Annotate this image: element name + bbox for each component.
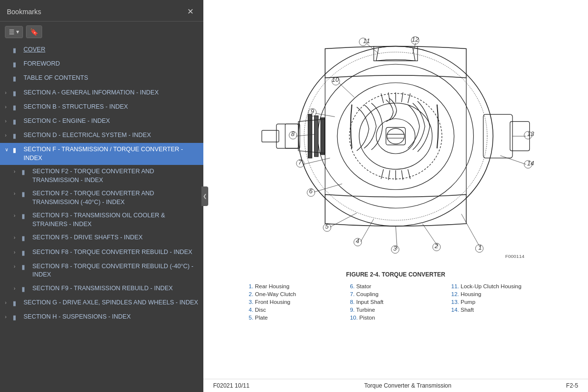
footer-bar: F02021 10/11 Torque Converter & Transmis… (203, 379, 588, 392)
bookmark-list: ▮COVER▮FOREWORD▮TABLE OF CONTENTS›▮SECTI… (0, 42, 203, 392)
bookmark-label: TABLE OF CONTENTS (24, 74, 199, 83)
svg-text:10: 10 (332, 76, 339, 83)
bookmark-chevron: › (5, 314, 11, 321)
parts-legend-item (451, 314, 543, 321)
list-view-icon: ☰ (9, 28, 15, 36)
bookmark-icon: ▮ (22, 212, 29, 221)
footer-right: F2-5 (566, 382, 578, 389)
bookmark-icon: ▮ (22, 263, 29, 272)
bookmark-chevron: › (14, 285, 20, 292)
parts-legend-item: 3. Front Housing (249, 299, 341, 305)
collapse-handle[interactable]: ❮ (201, 186, 208, 206)
bookmark-chevron: › (14, 249, 20, 256)
bookmark-icon: ▮ (22, 249, 29, 257)
bookmark-label: SECTION F - TRANSMISSION / TORQUE CONVER… (24, 145, 199, 162)
bookmark-chevron: ∨ (5, 146, 11, 153)
bookmark-icon: ▮ (13, 46, 21, 55)
bookmark-item-section-f5[interactable]: ›▮SECTION F5 - DRIVE SHAFTS - INDEX (0, 231, 203, 245)
bookmark-icon: ▮ (13, 117, 21, 126)
parts-legend-item: 11. Lock-Up Clutch Housing (451, 283, 543, 290)
bookmark-item-section-g[interactable]: ›▮SECTION G - DRIVE AXLE, SPINDLES AND W… (0, 296, 203, 310)
bookmark-icon: ▮ (13, 89, 21, 98)
bookmark-chevron: › (14, 212, 20, 219)
bookmark-item-section-f8b[interactable]: ›▮SECTION F8 - TORQUE CONVERTER REBUILD … (0, 260, 203, 282)
close-button[interactable]: ✕ (184, 6, 196, 17)
bookmark-chevron: › (5, 132, 11, 139)
bookmark-item-section-a[interactable]: ›▮SECTION A - GENERAL INFORMATION - INDE… (0, 86, 203, 100)
bookmark-icon: ▮ (13, 313, 21, 322)
drawing-container: 11 12 10 9 8 7 (213, 10, 578, 321)
bookmark-chevron: › (14, 190, 20, 197)
parts-legend-item: 4. Disc (249, 306, 341, 313)
sidebar-toolbar: ☰ ▾ 🔖 (0, 22, 203, 42)
parts-legend-item: 6. Stator (350, 283, 441, 290)
bookmark-item-section-f[interactable]: ∨▮SECTION F - TRANSMISSION / TORQUE CONV… (0, 143, 203, 165)
bookmark-item-toc[interactable]: ▮TABLE OF CONTENTS (0, 71, 203, 86)
list-view-chevron: ▾ (16, 28, 19, 35)
bookmark-item-section-f9[interactable]: ›▮SECTION F9 - TRANSMISSION REBUILD - IN… (0, 282, 203, 296)
bookmark-item-section-f3[interactable]: ›▮SECTION F3 - TRANSMISSION OIL COOLER &… (0, 209, 203, 231)
footer-center: Torque Converter & Transmission (364, 382, 451, 389)
parts-legend-item: 1. Rear Housing (249, 283, 341, 290)
bookmark-icon: ▮ (13, 299, 21, 308)
bookmark-icon: ▮ (13, 132, 21, 140)
bookmark-label: SECTION H - SUSPENSIONS - INDEX (24, 313, 199, 322)
parts-legend-item: 10. Piston (350, 314, 441, 321)
bookmark-chevron: › (5, 104, 11, 111)
bookmark-icon: ▮ (22, 234, 29, 243)
bookmark-label: SECTION F3 - TRANSMISSION OIL COOLER & S… (32, 211, 199, 229)
parts-legend-item: 8. Input Shaft (350, 299, 441, 305)
figure-caption: FIGURE 2-4. TORQUE CONVERTER (346, 271, 445, 278)
bookmark-icon: ▮ (13, 74, 21, 83)
bookmark-icon: ▮ (13, 60, 21, 69)
sidebar-title: Bookmarks (7, 8, 41, 16)
bookmark-label: SECTION F8 - TORQUE CONVERTER REBUILD (-… (32, 262, 199, 279)
bookmark-item-section-h[interactable]: ›▮SECTION H - SUSPENSIONS - INDEX (0, 310, 203, 324)
bookmark-label: SECTION F8 - TORQUE CONVERTER REBUILD - … (32, 248, 199, 257)
bookmark-item-section-d[interactable]: ›▮SECTION D - ELECTRICAL SYSTEM - INDEX (0, 129, 203, 143)
bookmark-item-section-f2a[interactable]: ›▮SECTION F2 - TORQUE CONVERTER AND TRAN… (0, 165, 203, 187)
bookmark-item-section-f2b[interactable]: ›▮SECTION F2 - TORQUE CONVERTER AND TRAN… (0, 187, 203, 209)
parts-legend-item: 12. Housing (451, 291, 543, 298)
list-view-button[interactable]: ☰ ▾ (5, 26, 23, 38)
bookmark-label: SECTION F2 - TORQUE CONVERTER AND TRANSM… (32, 167, 199, 184)
bookmark-item-section-b[interactable]: ›▮SECTION B - STRUCTURES - INDEX (0, 100, 203, 115)
bookmark-label: SECTION F9 - TRANSMISSION REBUILD - INDE… (32, 284, 199, 293)
bookmark-item-cover[interactable]: ▮COVER (0, 43, 203, 57)
bookmark-label: SECTION F5 - DRIVE SHAFTS - INDEX (32, 233, 199, 242)
bookmark-icon: ▮ (22, 285, 29, 294)
parts-legend-item: 5. Plate (249, 314, 341, 321)
parts-legend-item: 14. Shaft (451, 306, 543, 313)
main-content: 11 12 10 9 8 7 (203, 0, 588, 392)
bookmark-chevron: › (14, 234, 20, 241)
bookmark-chevron: › (14, 168, 20, 175)
bookmark-label: FOREWORD (24, 60, 199, 69)
bookmark-icon: ▮ (13, 146, 21, 155)
bookmark-item-section-c[interactable]: ›▮SECTION C - ENGINE - INDEX (0, 115, 203, 129)
bookmark-add-icon: 🔖 (30, 28, 38, 36)
parts-legend-item: 7. Coupling (350, 291, 441, 298)
bookmark-label: SECTION C - ENGINE - INDEX (24, 117, 199, 126)
sidebar-header: Bookmarks ✕ (0, 0, 203, 22)
parts-legend-item: 13. Pump (451, 299, 543, 305)
bookmark-chevron: › (5, 300, 11, 306)
bookmark-icon: ▮ (22, 168, 29, 177)
sidebar: Bookmarks ✕ ☰ ▾ 🔖 ▮COVER▮FOREWORD▮TABLE … (0, 0, 203, 392)
footer-left: F02021 10/11 (213, 382, 249, 389)
bookmark-item-section-f8a[interactable]: ›▮SECTION F8 - TORQUE CONVERTER REBUILD … (0, 246, 203, 260)
bookmark-add-button[interactable]: 🔖 (26, 25, 42, 38)
bookmark-label: COVER (24, 46, 199, 54)
bookmark-label: SECTION D - ELECTRICAL SYSTEM - INDEX (24, 131, 199, 140)
bookmark-label: SECTION F2 - TORQUE CONVERTER AND TRANSM… (32, 189, 199, 207)
bookmark-label: SECTION G - DRIVE AXLE, SPINDLES AND WHE… (24, 299, 199, 307)
bookmark-icon: ▮ (13, 103, 21, 112)
bookmark-label: SECTION B - STRUCTURES - INDEX (24, 103, 199, 112)
parts-legend-item: 9. Turbine (350, 306, 441, 313)
content-area: 11 12 10 9 8 7 (203, 0, 588, 379)
bookmark-chevron: › (5, 90, 11, 96)
parts-legend-item: 2. One-Way Clutch (249, 291, 341, 298)
torque-converter-drawing: 11 12 10 9 8 7 (213, 10, 578, 267)
svg-rect-13 (315, 116, 318, 157)
bookmark-icon: ▮ (22, 190, 29, 199)
bookmark-item-foreword[interactable]: ▮FOREWORD (0, 57, 203, 71)
